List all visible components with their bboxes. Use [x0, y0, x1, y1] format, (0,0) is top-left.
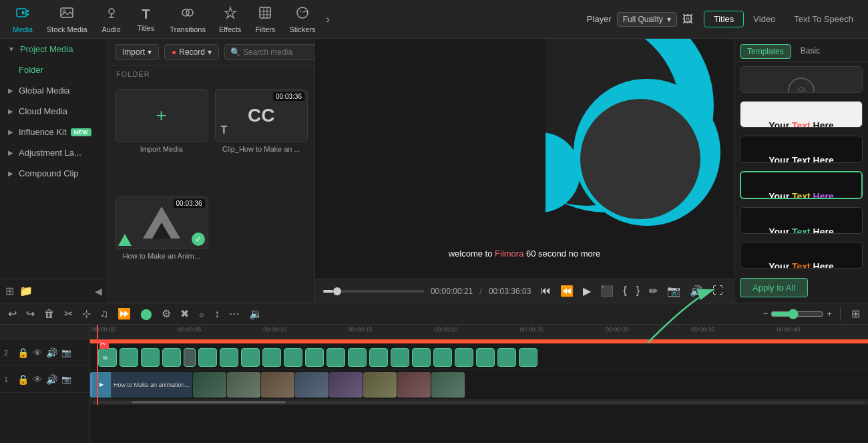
clip-teal-16[interactable] — [433, 348, 452, 367]
clip-teal-9[interactable] — [284, 348, 302, 367]
lock-icon[interactable]: 🔒 — [17, 347, 29, 358]
video-clip-main[interactable]: ▶ How to Make an animation... — [90, 372, 192, 398]
clip-teal-19[interactable] — [497, 348, 516, 367]
toolbar-item-titles[interactable]: T Titles — [129, 4, 164, 35]
eye-icon[interactable]: 👁 — [33, 347, 42, 358]
template-green-accent[interactable]: Your Text Here — [740, 207, 863, 234]
play-btn[interactable]: ▶ — [580, 283, 594, 299]
toolbar-item-media[interactable]: Media — [5, 3, 40, 36]
clip-teal-5[interactable] — [198, 348, 217, 367]
detach-btn[interactable]: ↕ — [212, 307, 222, 321]
thumb-clip-5[interactable] — [363, 372, 397, 398]
snapshot-btn[interactable]: 📷 — [664, 283, 683, 299]
fullscreen-btn[interactable]: ⛶ — [710, 283, 726, 299]
tab-video[interactable]: Video — [744, 11, 785, 27]
camera-icon-2[interactable]: 📷 — [61, 375, 71, 384]
clip-teal-20[interactable] — [519, 348, 537, 367]
clip-teal-12[interactable] — [348, 348, 367, 367]
crop-btn[interactable]: ⊹ — [79, 306, 93, 321]
apply-to-all-button[interactable]: Apply to All — [740, 278, 808, 297]
undo-btn[interactable]: ↩ — [5, 306, 19, 321]
thumb-clip-3[interactable] — [295, 372, 329, 398]
clip-teal-15[interactable] — [412, 348, 431, 367]
speed-btn[interactable]: ⏩ — [115, 306, 134, 321]
stop-btn[interactable]: ⬛ — [598, 283, 616, 299]
clip-teal-7[interactable] — [241, 348, 260, 367]
toolbar-item-stickers[interactable]: Stickers — [282, 3, 322, 36]
subtab-templates[interactable]: Templates — [740, 44, 791, 59]
sidebar-item-adjustment[interactable]: ▶ Adjustment La... — [0, 142, 107, 163]
speaker-icon[interactable]: 🔊 — [46, 347, 57, 358]
close-tl-btn[interactable]: ✖ — [178, 306, 192, 321]
split-btn[interactable]: ⬦ — [196, 307, 208, 321]
media-item-cc-clip[interactable]: 00:03:36 CC T Clip_How to Make an ... — [215, 89, 308, 189]
toolbar-item-filters[interactable]: Filters — [248, 3, 282, 36]
clip-teal-6[interactable] — [220, 348, 238, 367]
clip-teal-18[interactable] — [476, 348, 495, 367]
sidebar-item-influence-kit[interactable]: ▶ Influence Kit NEW — [0, 122, 107, 142]
template-dark-bold[interactable]: Your Text Here — [740, 136, 863, 162]
clip-teal-1[interactable] — [120, 348, 138, 367]
new-folder-icon[interactable]: 📁 — [19, 285, 33, 297]
sidebar-item-compound-clip[interactable]: ▶ Compound Clip — [0, 163, 107, 184]
clip-teal-11[interactable] — [327, 348, 345, 367]
sidebar-item-cloud-media[interactable]: ▶ Cloud Media — [0, 101, 107, 122]
scrollbar-track[interactable] — [93, 401, 865, 404]
add-folder-icon[interactable]: ⊞ — [5, 285, 14, 297]
thumb-clip-4[interactable] — [329, 372, 363, 398]
media-item-how-to[interactable]: 00:03:36 ✓ How to Make an Anim... — [115, 196, 208, 296]
sidebar-item-folder[interactable]: Folder — [0, 59, 107, 80]
delete-btn[interactable]: 🗑 — [41, 307, 57, 321]
template-empty[interactable]: ⊘ — [740, 66, 863, 93]
clip-teal-17[interactable] — [455, 348, 473, 367]
speaker-icon-2[interactable]: 🔊 — [46, 374, 57, 385]
zoom-slider[interactable] — [771, 309, 824, 319]
settings-tl-btn[interactable]: ⚙ — [159, 306, 174, 321]
toolbar-item-stock-media[interactable]: Stock Media — [40, 3, 94, 36]
audio-btn[interactable]: ♫ — [97, 307, 111, 321]
clip-teal-13[interactable] — [369, 348, 388, 367]
clip-teal-4[interactable] — [184, 348, 196, 367]
lock-icon-2[interactable]: 🔒 — [17, 374, 29, 385]
frame-back-btn[interactable]: ⏪ — [558, 283, 576, 299]
clip-teal-14[interactable] — [391, 348, 409, 367]
toolbar-expand-icon[interactable]: › — [322, 13, 333, 25]
mark-in-btn[interactable]: { — [620, 283, 629, 299]
import-button[interactable]: Import ▾ — [115, 44, 159, 60]
thumb-clip-1[interactable] — [227, 372, 260, 398]
scrollbar-thumb[interactable] — [132, 401, 286, 404]
progress-bar[interactable] — [323, 290, 424, 293]
collapse-icon[interactable]: ◀ — [95, 286, 102, 297]
subtab-basic[interactable]: Basic — [794, 44, 827, 59]
record-button[interactable]: ● Record ▾ — [164, 44, 219, 60]
screenshot-icon[interactable]: 🖼 — [682, 13, 693, 25]
grid-view-btn[interactable]: ⊞ — [849, 306, 863, 321]
toolbar-item-effects[interactable]: Effects — [212, 3, 248, 36]
volume-btn[interactable]: 🔊 — [687, 283, 706, 299]
eye-icon-2[interactable]: 👁 — [33, 374, 42, 385]
media-item-import[interactable]: + Import Media — [115, 89, 208, 189]
clip-teal-3[interactable] — [162, 348, 181, 367]
template-selected[interactable]: Your Text Here — [740, 171, 863, 199]
zoom-minus-icon[interactable]: − — [763, 309, 769, 319]
clip-teal-10[interactable] — [305, 348, 324, 367]
toolbar-item-transitions[interactable]: Transitions — [164, 3, 212, 36]
toolbar-item-audio[interactable]: Audio — [94, 3, 129, 36]
clip-teal-0[interactable]: w... — [98, 348, 117, 367]
record-tl-btn[interactable]: ⬤ — [138, 306, 155, 321]
cut-btn[interactable]: ✂ — [61, 306, 75, 321]
thumb-clip-2[interactable] — [261, 372, 294, 398]
thumb-clip-6[interactable] — [397, 372, 431, 398]
sidebar-item-project-media[interactable]: ▼ Project Media — [0, 39, 107, 59]
thumb-clip-7[interactable] — [431, 372, 465, 398]
template-white-bold[interactable]: Your Text Here — [740, 101, 863, 128]
tab-text-to-speech[interactable]: Text To Speech — [785, 11, 863, 27]
edit-btn[interactable]: ✏ — [646, 283, 660, 299]
clip-teal-8[interactable] — [262, 348, 281, 367]
mark-out-btn[interactable]: } — [634, 283, 642, 299]
quality-select[interactable]: Full Quality ▾ — [617, 12, 677, 27]
camera-icon[interactable]: 📷 — [61, 348, 71, 357]
tab-titles[interactable]: Titles — [704, 11, 744, 27]
redo-btn[interactable]: ↪ — [23, 306, 37, 321]
step-back-btn[interactable]: ⏮ — [537, 283, 554, 299]
